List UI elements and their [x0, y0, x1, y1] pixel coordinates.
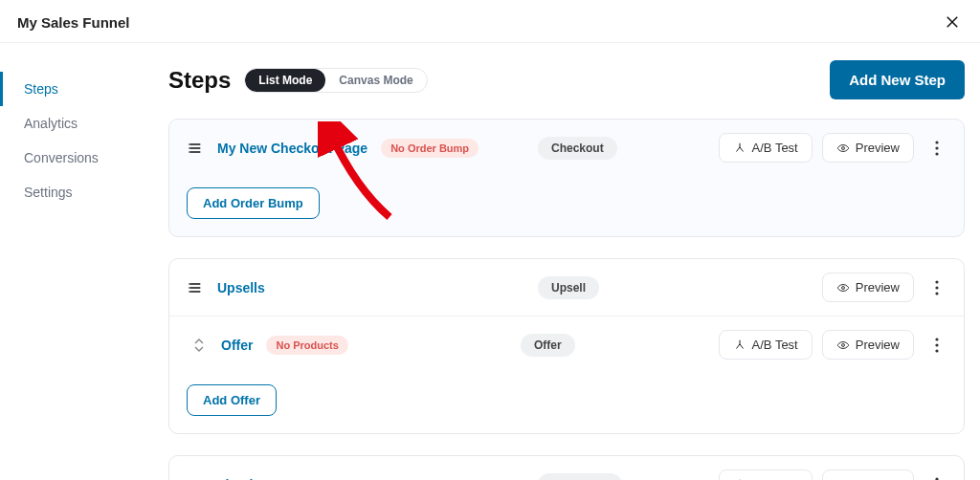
sidebar-item-steps[interactable]: Steps — [0, 72, 153, 106]
svg-point-6 — [935, 152, 938, 155]
preview-button[interactable]: Preview — [822, 469, 914, 480]
svg-point-11 — [935, 280, 938, 283]
svg-point-3 — [841, 146, 844, 149]
svg-point-14 — [841, 343, 844, 346]
svg-point-17 — [935, 349, 938, 352]
row-menu-button[interactable] — [927, 336, 947, 355]
svg-point-1 — [189, 147, 190, 149]
mode-toggle: List Mode Canvas Mode — [244, 68, 427, 93]
step-title-link[interactable]: My New Checkout Page — [217, 141, 368, 156]
no-products-badge: No Products — [266, 336, 347, 355]
offer-type-badge: Offer — [521, 334, 575, 357]
add-new-step-button[interactable]: Add New Step — [830, 60, 965, 99]
row-menu-button[interactable] — [927, 475, 947, 481]
eye-icon — [836, 281, 850, 295]
preview-button[interactable]: Preview — [822, 133, 914, 163]
add-order-bump-button[interactable]: Add Order Bump — [187, 187, 320, 219]
step-card-checkout: My New Checkout Page No Order Bump Check… — [168, 119, 965, 237]
step-type-badge: Checkout — [538, 137, 617, 160]
mode-canvas-button[interactable]: Canvas Mode — [325, 69, 426, 92]
offer-title-link[interactable]: Offer — [221, 338, 253, 353]
ab-test-icon — [733, 142, 746, 155]
preview-label: Preview — [856, 280, 900, 295]
row-menu-button[interactable] — [927, 278, 947, 297]
close-icon — [944, 13, 961, 31]
step-card-thankyou: Thank you Page Thank you A/B Test Previe… — [168, 455, 965, 480]
svg-point-2 — [189, 151, 190, 153]
main-panel: Steps List Mode Canvas Mode Add New Step… — [153, 43, 980, 480]
eye-icon — [836, 338, 850, 352]
svg-point-15 — [935, 338, 938, 340]
step-type-badge: Upsell — [538, 276, 599, 299]
svg-point-4 — [935, 141, 938, 143]
svg-point-9 — [189, 291, 190, 293]
preview-label: Preview — [856, 141, 900, 155]
drag-icon[interactable] — [187, 476, 204, 481]
ab-test-label: A/B Test — [752, 338, 798, 352]
step-title-link[interactable]: Thank you Page — [217, 477, 320, 481]
ab-test-button[interactable]: A/B Test — [719, 133, 813, 163]
step-title-link[interactable]: Upsells — [217, 280, 265, 295]
add-offer-button[interactable]: Add Offer — [187, 384, 277, 416]
kebab-icon — [935, 477, 939, 481]
svg-point-16 — [935, 343, 938, 346]
step-type-badge: Thank you — [538, 473, 622, 481]
drag-icon[interactable] — [187, 140, 204, 157]
ab-test-icon — [733, 338, 746, 352]
svg-point-13 — [935, 292, 938, 295]
svg-point-5 — [935, 146, 938, 149]
sidebar-item-analytics[interactable]: Analytics — [0, 106, 153, 141]
sidebar: Steps Analytics Conversions Settings — [0, 43, 153, 480]
page-title: My Sales Funnel — [17, 14, 130, 31]
preview-button[interactable]: Preview — [822, 273, 914, 302]
no-order-bump-badge: No Order Bump — [381, 139, 479, 158]
preview-label: Preview — [856, 338, 900, 352]
close-button[interactable] — [942, 11, 963, 33]
steps-heading: Steps — [168, 67, 231, 94]
kebab-icon — [935, 338, 939, 353]
kebab-icon — [935, 280, 939, 295]
mode-list-button[interactable]: List Mode — [245, 69, 325, 92]
svg-point-0 — [189, 143, 190, 145]
svg-point-12 — [935, 286, 938, 289]
ab-test-label: A/B Test — [752, 141, 798, 155]
svg-point-7 — [189, 283, 190, 285]
sort-icon[interactable] — [190, 333, 208, 358]
ab-test-button[interactable]: A/B Test — [719, 469, 813, 480]
sidebar-item-settings[interactable]: Settings — [0, 175, 153, 209]
svg-point-10 — [841, 286, 844, 289]
eye-icon — [836, 142, 850, 155]
step-card-upsells: Upsells Upsell Preview — [168, 258, 965, 434]
svg-point-8 — [189, 287, 190, 289]
preview-button[interactable]: Preview — [822, 330, 914, 360]
sidebar-item-conversions[interactable]: Conversions — [0, 141, 153, 175]
kebab-icon — [935, 141, 939, 156]
drag-icon[interactable] — [187, 279, 204, 296]
ab-test-button[interactable]: A/B Test — [719, 330, 813, 360]
row-menu-button[interactable] — [927, 139, 947, 158]
